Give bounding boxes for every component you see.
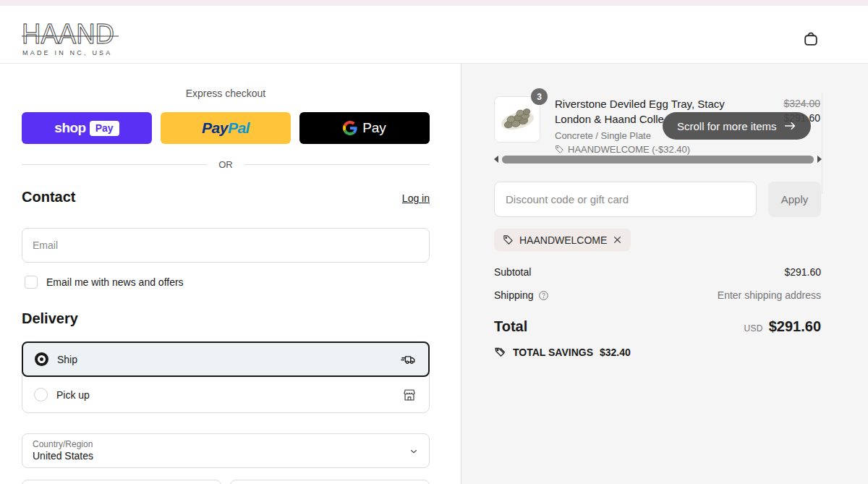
checkout-form-column: Express checkout shop Pay PayPal Pay OR [0,64,461,484]
product-original-price: $324.00 [783,98,820,109]
cart-button[interactable] [801,29,822,49]
chevron-down-icon [409,446,419,457]
quantity-badge: 3 [531,88,548,105]
delivery-option-ship[interactable]: Ship [22,341,430,377]
gpay-word: Pay [362,120,386,136]
last-name-input[interactable] [230,480,430,484]
product-thumbnail [494,96,540,143]
shop-pay-badge: Pay [90,121,119,136]
email-input[interactable] [22,228,430,263]
country-select[interactable]: Country/Region United States [22,433,430,468]
scrollbar-thumb[interactable] [502,156,814,164]
total-value: $291.60 [769,318,821,335]
shop-pay-word: shop [54,120,85,136]
tag-icon [555,145,564,154]
delivery-option-pickup[interactable]: Pick up [22,377,429,412]
express-pay-buttons: shop Pay PayPal Pay [22,112,430,144]
savings-tag-icon [494,346,506,358]
product-discount-line: HAANDWELCOME (-$32.40) [555,144,736,155]
top-accent-strip [0,0,868,6]
discount-code-input[interactable] [494,182,757,217]
shop-pay-button[interactable]: shop Pay [22,112,152,144]
or-divider: OR [22,159,430,170]
country-select-label: Country/Region [33,439,419,449]
savings-value: $32.40 [600,347,631,358]
scroll-right-arrow[interactable] [817,156,822,163]
pickup-option-label: Pick up [56,389,393,401]
or-label: OR [218,159,233,170]
newsletter-checkbox[interactable] [25,276,38,289]
store-icon [401,387,417,403]
ship-option-label: Ship [57,354,392,365]
newsletter-row: Email me with news and offers [25,276,433,289]
product-scroll-edge [822,93,822,194]
applied-discount-chip: HAANDWELCOME [494,229,631,251]
remove-discount-icon[interactable] [613,235,622,245]
paypal-word-2: Pal [228,119,250,137]
newsletter-label: Email me with news and offers [46,276,184,288]
truck-icon [401,352,417,368]
google-g-icon [343,121,357,135]
delivery-option-group: Ship Pick up [22,341,430,413]
express-checkout-label: Express checkout [22,88,430,99]
apply-button[interactable]: Apply [768,182,821,217]
savings-label: TOTAL SAVINGS [513,347,593,358]
logo-wordmark: HAAND [22,19,114,49]
scroll-left-arrow[interactable] [494,156,498,163]
arrow-right-icon [784,121,796,131]
shipping-label: Shipping [494,289,534,301]
shipping-value: Enter shipping address [718,289,821,301]
order-summary-column: 3 Riverstone Deviled Egg Tray, Stacy Lon… [461,64,868,484]
delivery-heading: Delivery [22,310,430,327]
header: HAAND MADE IN NC, USA [0,6,868,64]
paypal-word-1: Pay [202,119,228,137]
chip-code-label: HAANDWELCOME [519,234,607,246]
radio-unselected-icon [34,388,48,402]
first-name-input[interactable] [22,480,221,484]
paypal-button[interactable]: PayPal [161,112,291,144]
logo-tagline: MADE IN NC, USA [22,49,113,56]
login-link[interactable]: Log in [402,192,430,204]
subtotal-value: $291.60 [784,266,821,278]
scroll-for-more-pill[interactable]: Scroll for more items [663,112,811,140]
subtotal-label: Subtotal [494,266,531,278]
haand-logo[interactable]: HAAND MADE IN NC, USA [20,17,129,58]
contact-heading: Contact [22,189,75,205]
bag-icon [801,30,822,48]
google-pay-button[interactable]: Pay [299,112,430,144]
tag-icon [503,234,514,245]
currency-label: USD [744,323,762,334]
country-select-value: United States [33,450,419,462]
total-label: Total [494,318,527,335]
help-icon[interactable] [538,290,549,301]
radio-selected-icon [35,352,48,366]
product-list-scrollbar[interactable] [494,154,822,164]
product-title-line1: Riverstone Deviled Egg Tray, Stacy [555,96,736,111]
